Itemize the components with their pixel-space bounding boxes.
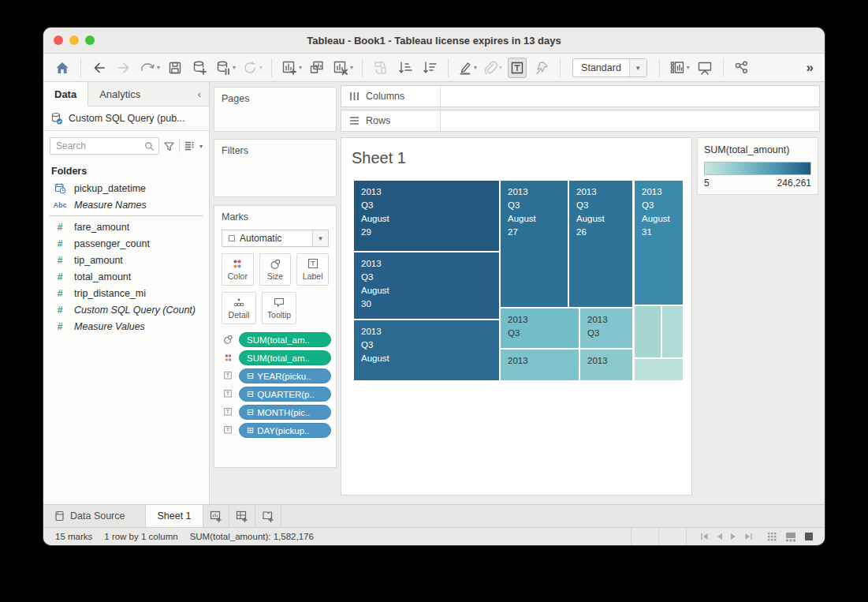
view-mode-icons bbox=[767, 532, 814, 542]
field-row[interactable]: #passenger_count bbox=[43, 235, 209, 252]
sort-ascending-icon[interactable] bbox=[396, 58, 415, 78]
datasource-row[interactable]: Custom SQL Query (pub... bbox=[43, 107, 209, 131]
home-icon[interactable] bbox=[53, 58, 72, 78]
mark-type-select[interactable]: Automatic ▾ bbox=[222, 230, 329, 247]
color-legend-card[interactable]: SUM(total_amount) 5 246,261 bbox=[697, 137, 818, 195]
detail-button[interactable]: Detail bbox=[222, 292, 256, 324]
marks-pill[interactable]: ⊟MONTH(pic.. bbox=[239, 405, 331, 420]
treemap-cell[interactable]: 2013 Q3 August 30 bbox=[354, 252, 499, 319]
forward-icon[interactable] bbox=[114, 58, 133, 78]
back-icon[interactable] bbox=[90, 58, 109, 78]
show-mark-labels-icon[interactable] bbox=[508, 58, 527, 78]
highlight-icon[interactable]: ▾ bbox=[457, 58, 477, 78]
treemap-cell[interactable]: 2013 Q3 August bbox=[354, 320, 499, 380]
pill-row: ⊟YEAR(picku.. bbox=[214, 367, 336, 385]
traffic-lights bbox=[54, 36, 95, 45]
skip-first-icon[interactable] bbox=[700, 533, 709, 540]
pages-card[interactable]: Pages bbox=[214, 87, 337, 132]
fix-axes-icon[interactable] bbox=[532, 58, 551, 78]
field-row[interactable]: pickup_datetime bbox=[43, 180, 209, 196]
step-forward-icon[interactable] bbox=[730, 533, 737, 540]
field-row[interactable]: #fare_amount bbox=[43, 219, 209, 235]
refresh-icon[interactable]: ▾ bbox=[241, 58, 263, 78]
treemap-cell[interactable]: 2013 Q3 August 29 bbox=[354, 181, 499, 251]
chevron-down-icon[interactable]: ▾ bbox=[199, 143, 203, 150]
rows-shelf[interactable]: Rows bbox=[341, 110, 820, 132]
marks-pill[interactable]: ⊞DAY(pickup.. bbox=[239, 423, 331, 438]
new-story-tab-button[interactable] bbox=[255, 505, 281, 527]
zoom-window-button[interactable] bbox=[85, 36, 95, 45]
worksheet-view: Sheet 1 2013 Q3 August 292013 Q3 August … bbox=[341, 137, 692, 495]
size-button[interactable]: Size bbox=[259, 253, 292, 286]
toolbar-more-button[interactable]: » bbox=[807, 60, 815, 76]
sort-descending-icon[interactable] bbox=[420, 58, 439, 78]
minimize-window-button[interactable] bbox=[69, 36, 79, 45]
tab-data[interactable]: Data bbox=[43, 82, 88, 107]
search-box[interactable] bbox=[50, 137, 159, 155]
view-options-icon[interactable] bbox=[184, 140, 196, 151]
filter-fields-icon[interactable] bbox=[163, 140, 175, 152]
field-row[interactable]: #total_amount bbox=[43, 268, 209, 285]
new-data-source-icon[interactable] bbox=[190, 58, 209, 78]
marks-pill[interactable]: SUM(total_am.. bbox=[239, 332, 331, 347]
search-input[interactable] bbox=[54, 140, 144, 152]
filters-card[interactable]: Filters bbox=[214, 139, 337, 197]
treemap-cell[interactable] bbox=[635, 306, 661, 357]
treemap-cell[interactable]: 2013 Q3 August 27 bbox=[501, 181, 568, 307]
tab-sheet1[interactable]: Sheet 1 bbox=[146, 505, 203, 527]
field-row[interactable]: #trip_distance_mi bbox=[43, 285, 209, 301]
fit-mode-select[interactable]: Standard ▾ bbox=[572, 58, 647, 77]
full-view-icon[interactable] bbox=[804, 532, 814, 541]
tab-data-source[interactable]: Data Source bbox=[43, 505, 146, 527]
show-grid-icon[interactable] bbox=[767, 532, 777, 542]
tab-analytics[interactable]: Analytics bbox=[88, 82, 151, 106]
pill-row: ⊞DAY(pickup.. bbox=[214, 421, 336, 439]
treemap-cell[interactable] bbox=[635, 359, 683, 380]
expand-collapse-glyph[interactable]: ⊟ bbox=[247, 408, 254, 417]
color-button[interactable]: Color bbox=[222, 253, 254, 286]
field-row[interactable]: AbcMeasure Names bbox=[43, 196, 209, 213]
expand-collapse-glyph[interactable]: ⊟ bbox=[247, 390, 254, 398]
new-worksheet-icon[interactable]: ▾ bbox=[281, 58, 302, 78]
divider bbox=[686, 528, 687, 545]
field-row[interactable]: #Measure Values bbox=[43, 318, 209, 335]
field-row[interactable]: #Custom SQL Query (Count) bbox=[43, 301, 209, 318]
attach-icon[interactable]: ▾ bbox=[482, 58, 502, 78]
show-cards-view-icon[interactable] bbox=[785, 532, 796, 542]
close-window-button[interactable] bbox=[54, 36, 63, 45]
new-worksheet-tab-button[interactable] bbox=[203, 505, 229, 527]
skip-last-icon[interactable] bbox=[744, 533, 753, 540]
marks-pill[interactable]: ⊟QUARTER(p.. bbox=[239, 387, 331, 402]
marks-pill[interactable]: ⊟YEAR(picku.. bbox=[239, 368, 331, 383]
sheet-title: Sheet 1 bbox=[341, 138, 691, 167]
share-icon[interactable] bbox=[732, 58, 751, 78]
show-cards-icon[interactable]: ▾ bbox=[669, 58, 690, 78]
presentation-mode-icon[interactable] bbox=[695, 58, 714, 78]
clear-sheet-icon[interactable]: ▾ bbox=[332, 58, 353, 78]
swap-rows-columns-icon[interactable] bbox=[371, 58, 390, 78]
expand-collapse-glyph[interactable]: ⊟ bbox=[247, 372, 254, 380]
pause-auto-updates-icon[interactable]: ▾ bbox=[214, 58, 236, 78]
treemap-cell[interactable] bbox=[662, 306, 683, 357]
marks-pill[interactable]: SUM(total_am.. bbox=[239, 350, 331, 365]
treemap-cell[interactable]: 2013 Q3 bbox=[580, 308, 632, 348]
save-icon[interactable] bbox=[166, 58, 184, 78]
field-label: Custom SQL Query (Count) bbox=[74, 305, 196, 316]
tooltip-button[interactable]: Tooltip bbox=[262, 292, 296, 324]
treemap-cell[interactable]: 2013 bbox=[501, 350, 579, 380]
redo-icon[interactable]: ▾ bbox=[139, 58, 160, 78]
treemap-cell[interactable]: 2013 Q3 August 31 bbox=[635, 181, 683, 305]
collapse-pane-icon[interactable]: ‹ bbox=[190, 82, 209, 106]
columns-shelf[interactable]: Columns bbox=[341, 85, 820, 107]
expand-collapse-glyph[interactable]: ⊞ bbox=[247, 426, 254, 435]
label-button[interactable]: Label bbox=[296, 253, 329, 286]
new-dashboard-tab-button[interactable] bbox=[229, 505, 255, 527]
treemap-cell[interactable]: 2013 Q3 bbox=[501, 308, 579, 348]
workbook-body: Data Analytics ‹ Custom SQL Query (pub..… bbox=[43, 82, 825, 504]
toolbar-separator bbox=[448, 58, 449, 77]
treemap-cell[interactable]: 2013 bbox=[580, 350, 632, 380]
treemap-cell[interactable]: 2013 Q3 August 26 bbox=[569, 181, 632, 307]
duplicate-sheet-icon[interactable] bbox=[307, 58, 326, 78]
step-back-icon[interactable] bbox=[716, 533, 723, 540]
field-row[interactable]: #tip_amount bbox=[43, 252, 209, 268]
